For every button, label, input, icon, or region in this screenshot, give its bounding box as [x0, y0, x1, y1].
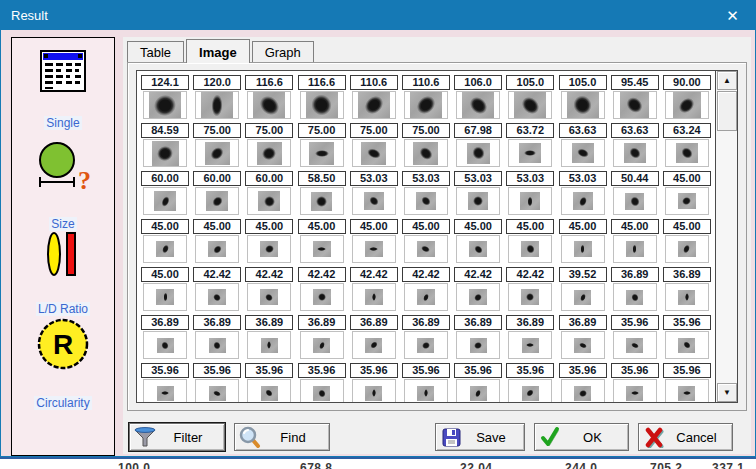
image-cell[interactable]: 35.96 — [402, 363, 450, 402]
filter-button[interactable]: Filter — [129, 423, 225, 451]
scroll-up-button[interactable]: ▲ — [717, 71, 737, 90]
image-cell[interactable]: 36.89 — [193, 315, 241, 360]
image-cell[interactable]: 36.89 — [611, 267, 659, 312]
cancel-button[interactable]: Cancel — [638, 423, 733, 451]
image-cell[interactable]: 45.00 — [193, 219, 241, 264]
image-cell[interactable]: 36.89 — [350, 315, 398, 360]
image-cell[interactable]: 75.00 — [245, 123, 293, 168]
image-cell[interactable]: 60.00 — [141, 171, 189, 216]
image-cell[interactable]: 75.00 — [298, 123, 346, 168]
scrollbar-thumb[interactable] — [717, 91, 737, 131]
image-cell[interactable]: 36.89 — [454, 315, 502, 360]
image-cell[interactable]: 36.89 — [663, 267, 711, 312]
image-cell[interactable]: 90.00 — [663, 75, 711, 120]
image-cell[interactable]: 106.0 — [454, 75, 502, 120]
image-cell[interactable]: 35.96 — [298, 363, 346, 402]
image-cell[interactable]: 36.89 — [141, 315, 189, 360]
image-cell[interactable]: 36.89 — [402, 315, 450, 360]
image-cell[interactable]: 110.6 — [350, 75, 398, 120]
image-cell[interactable]: 105.0 — [559, 75, 607, 120]
image-cell[interactable]: 110.6 — [402, 75, 450, 120]
image-cell[interactable]: 42.42 — [193, 267, 241, 312]
image-cell[interactable]: 36.89 — [245, 315, 293, 360]
image-cell[interactable]: 45.00 — [141, 267, 189, 312]
image-cell[interactable]: 45.00 — [663, 219, 711, 264]
image-cell[interactable]: 116.6 — [298, 75, 346, 120]
image-cell[interactable]: 53.03 — [402, 171, 450, 216]
image-cell[interactable]: 45.00 — [245, 219, 293, 264]
image-cell[interactable]: 50.44 — [611, 171, 659, 216]
image-cell[interactable]: 75.00 — [193, 123, 241, 168]
image-cell[interactable]: 45.00 — [454, 219, 502, 264]
image-cell[interactable]: 35.96 — [506, 363, 554, 402]
ok-button[interactable]: OK — [534, 423, 629, 451]
image-cell[interactable]: 45.00 — [298, 219, 346, 264]
tab-image[interactable]: Image — [186, 39, 250, 63]
image-cell[interactable]: 84.59 — [141, 123, 189, 168]
image-cell[interactable]: 35.96 — [611, 315, 659, 360]
image-cell[interactable]: 63.24 — [663, 123, 711, 168]
cell-value: 45.00 — [454, 219, 502, 234]
image-cell[interactable]: 75.00 — [350, 123, 398, 168]
image-cell[interactable]: 53.03 — [454, 171, 502, 216]
image-cell[interactable]: 35.96 — [611, 363, 659, 402]
image-cell[interactable]: 53.03 — [559, 171, 607, 216]
image-cell[interactable]: 53.03 — [350, 171, 398, 216]
background-window-number: 337.1 — [712, 461, 745, 469]
image-cell[interactable]: 45.00 — [506, 219, 554, 264]
image-cell[interactable]: 35.96 — [663, 363, 711, 402]
image-cell[interactable]: 39.52 — [559, 267, 607, 312]
tab-table[interactable]: Table — [127, 41, 184, 63]
image-cell[interactable]: 53.03 — [506, 171, 554, 216]
sidebar-item-size[interactable]: ? Size — [12, 141, 114, 232]
image-cell[interactable]: 116.6 — [245, 75, 293, 120]
image-cell[interactable]: 45.00 — [402, 219, 450, 264]
image-cell[interactable]: 45.00 — [141, 219, 189, 264]
particle-thumbnail — [247, 235, 291, 263]
tab-graph[interactable]: Graph — [252, 41, 314, 63]
image-cell[interactable]: 42.42 — [350, 267, 398, 312]
image-cell[interactable]: 124.1 — [141, 75, 189, 120]
image-cell[interactable]: 95.45 — [611, 75, 659, 120]
scroll-down-button[interactable]: ▼ — [717, 383, 737, 402]
image-cell[interactable]: 58.50 — [298, 171, 346, 216]
image-cell[interactable]: 105.0 — [506, 75, 554, 120]
image-cell[interactable]: 42.42 — [245, 267, 293, 312]
image-cell[interactable]: 35.96 — [454, 363, 502, 402]
image-cell[interactable]: 67.98 — [454, 123, 502, 168]
sidebar-item-circularity[interactable]: R Circularity — [12, 316, 114, 411]
cell-value: 110.6 — [350, 75, 398, 90]
image-cell[interactable]: 42.42 — [454, 267, 502, 312]
find-button[interactable]: Find — [234, 423, 330, 451]
image-cell[interactable]: 120.0 — [193, 75, 241, 120]
image-cell[interactable]: 45.00 — [611, 219, 659, 264]
image-cell[interactable]: 45.00 — [663, 171, 711, 216]
image-cell[interactable]: 42.42 — [402, 267, 450, 312]
vertical-scrollbar[interactable]: ▲ ▼ — [715, 71, 737, 402]
image-cell[interactable]: 42.42 — [506, 267, 554, 312]
cell-value: 35.96 — [193, 363, 241, 378]
sidebar-item-ld-ratio[interactable]: L/D Ratio — [12, 230, 114, 317]
sidebar-item-single[interactable]: Single — [12, 50, 114, 131]
image-cell[interactable]: 75.00 — [402, 123, 450, 168]
save-button[interactable]: Save — [435, 423, 525, 451]
close-button[interactable]: ✕ — [710, 1, 755, 30]
image-cell[interactable]: 45.00 — [559, 219, 607, 264]
image-cell[interactable]: 60.00 — [193, 171, 241, 216]
image-cell[interactable]: 35.96 — [141, 363, 189, 402]
image-cell[interactable]: 35.96 — [663, 315, 711, 360]
image-cell[interactable]: 63.63 — [611, 123, 659, 168]
image-cell[interactable]: 35.96 — [350, 363, 398, 402]
cell-value: 75.00 — [193, 123, 241, 138]
image-cell[interactable]: 35.96 — [559, 363, 607, 402]
image-cell[interactable]: 36.89 — [298, 315, 346, 360]
image-cell[interactable]: 35.96 — [245, 363, 293, 402]
image-cell[interactable]: 63.63 — [559, 123, 607, 168]
image-cell[interactable]: 36.89 — [506, 315, 554, 360]
image-cell[interactable]: 42.42 — [298, 267, 346, 312]
image-cell[interactable]: 45.00 — [350, 219, 398, 264]
image-cell[interactable]: 63.72 — [506, 123, 554, 168]
image-cell[interactable]: 36.89 — [559, 315, 607, 360]
image-cell[interactable]: 35.96 — [193, 363, 241, 402]
image-cell[interactable]: 60.00 — [245, 171, 293, 216]
